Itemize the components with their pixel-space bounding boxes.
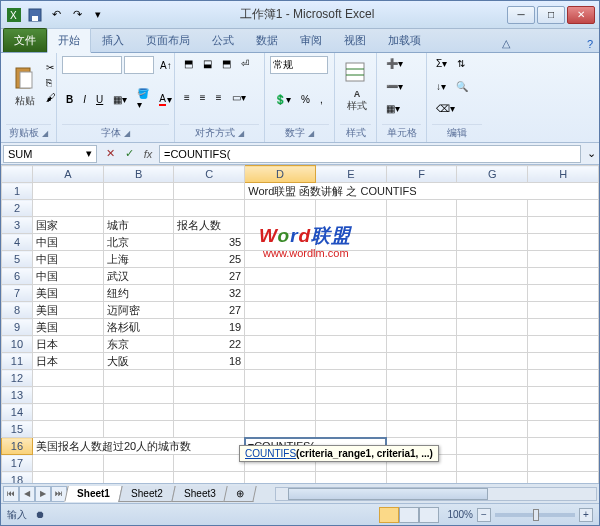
- align-middle-icon[interactable]: ⬓: [199, 56, 216, 71]
- cell[interactable]: 32: [174, 285, 245, 302]
- close-button[interactable]: ✕: [567, 6, 595, 24]
- cell[interactable]: 上海: [103, 251, 174, 268]
- delete-cells-icon[interactable]: ➖▾: [382, 79, 407, 94]
- excel-icon[interactable]: X: [5, 6, 23, 24]
- font-family-combo[interactable]: [62, 56, 122, 74]
- save-icon[interactable]: [26, 6, 44, 24]
- align-launcher[interactable]: ◢: [238, 129, 244, 138]
- fx-icon[interactable]: fx: [139, 145, 157, 163]
- sheet-tab[interactable]: Sheet1: [64, 486, 122, 502]
- paste-button[interactable]: 粘贴: [6, 56, 44, 118]
- prev-sheet-icon[interactable]: ◀: [19, 486, 35, 502]
- border-icon[interactable]: ▦▾: [109, 92, 131, 107]
- cell[interactable]: 纽约: [103, 285, 174, 302]
- clear-icon[interactable]: ⌫▾: [432, 101, 459, 116]
- row-header[interactable]: 18: [2, 472, 33, 484]
- percent-icon[interactable]: %: [297, 92, 314, 107]
- row-header[interactable]: 3: [2, 217, 33, 234]
- cell[interactable]: 美国: [32, 319, 103, 336]
- horizontal-scrollbar[interactable]: [275, 487, 597, 501]
- col-header[interactable]: D: [245, 166, 316, 183]
- cell[interactable]: 22: [174, 336, 245, 353]
- cell[interactable]: 大阪: [103, 353, 174, 370]
- styles-button[interactable]: A 样式: [340, 56, 374, 118]
- help-icon[interactable]: ?: [581, 36, 599, 52]
- cell[interactable]: 美国: [32, 302, 103, 319]
- wrap-text-icon[interactable]: ⏎: [237, 56, 253, 71]
- name-box[interactable]: SUM ▾: [3, 145, 97, 163]
- cell[interactable]: 19: [174, 319, 245, 336]
- zoom-out-icon[interactable]: −: [477, 508, 491, 522]
- col-header[interactable]: A: [32, 166, 103, 183]
- cell[interactable]: 中国: [32, 234, 103, 251]
- cell[interactable]: Word联盟 函数讲解 之 COUNTIFS: [245, 183, 599, 200]
- row-header[interactable]: 16: [2, 438, 33, 455]
- cell[interactable]: 日本: [32, 336, 103, 353]
- cell[interactable]: 洛杉矶: [103, 319, 174, 336]
- sheet-tab[interactable]: Sheet3: [171, 486, 228, 502]
- cell[interactable]: 25: [174, 251, 245, 268]
- row-header[interactable]: 10: [2, 336, 33, 353]
- align-center-icon[interactable]: ≡: [196, 90, 210, 105]
- select-all-corner[interactable]: [2, 166, 33, 183]
- currency-icon[interactable]: 💲▾: [270, 92, 295, 107]
- cell[interactable]: 东京: [103, 336, 174, 353]
- cell[interactable]: 中国: [32, 251, 103, 268]
- maximize-button[interactable]: □: [537, 6, 565, 24]
- col-header[interactable]: H: [528, 166, 599, 183]
- cell[interactable]: 18: [174, 353, 245, 370]
- redo-icon[interactable]: ↷: [68, 6, 86, 24]
- cell[interactable]: 中国: [32, 268, 103, 285]
- number-launcher[interactable]: ◢: [308, 129, 314, 138]
- row-header[interactable]: 11: [2, 353, 33, 370]
- zoom-slider[interactable]: [495, 513, 575, 517]
- row-header[interactable]: 2: [2, 200, 33, 217]
- row-header[interactable]: 5: [2, 251, 33, 268]
- col-header[interactable]: B: [103, 166, 174, 183]
- copy-icon[interactable]: ⎘: [42, 75, 60, 90]
- zoom-level[interactable]: 100%: [447, 509, 473, 520]
- font-launcher[interactable]: ◢: [124, 129, 130, 138]
- first-sheet-icon[interactable]: ⏮: [3, 486, 19, 502]
- expand-formula-icon[interactable]: ⌄: [583, 147, 599, 160]
- insert-cells-icon[interactable]: ➕▾: [382, 56, 407, 71]
- formula-input[interactable]: =COUNTIFS(: [159, 145, 581, 163]
- cell[interactable]: 27: [174, 268, 245, 285]
- fill-icon[interactable]: ↓▾: [432, 79, 450, 94]
- cell[interactable]: 35: [174, 234, 245, 251]
- undo-icon[interactable]: ↶: [47, 6, 65, 24]
- align-bottom-icon[interactable]: ⬒: [218, 56, 235, 71]
- comma-icon[interactable]: ,: [316, 92, 327, 107]
- cell[interactable]: 27: [174, 302, 245, 319]
- cell[interactable]: 美国报名人数超过20人的城市数: [32, 438, 244, 455]
- format-cells-icon[interactable]: ▦▾: [382, 101, 404, 116]
- increase-font-icon[interactable]: A↑: [156, 58, 176, 73]
- row-header[interactable]: 6: [2, 268, 33, 285]
- font-color-icon[interactable]: A▾: [155, 91, 176, 108]
- cell[interactable]: 迈阿密: [103, 302, 174, 319]
- sheet-tab[interactable]: Sheet2: [118, 486, 175, 502]
- col-header[interactable]: G: [457, 166, 528, 183]
- cell[interactable]: 城市: [103, 217, 174, 234]
- fill-color-icon[interactable]: 🪣▾: [133, 86, 153, 112]
- minimize-button[interactable]: ─: [507, 6, 535, 24]
- sort-icon[interactable]: ⇅: [453, 56, 469, 71]
- number-format-combo[interactable]: [270, 56, 328, 74]
- cancel-formula-icon[interactable]: ✕: [101, 145, 119, 163]
- page-break-view-icon[interactable]: [419, 507, 439, 523]
- col-header[interactable]: E: [315, 166, 386, 183]
- row-header[interactable]: 4: [2, 234, 33, 251]
- row-header[interactable]: 9: [2, 319, 33, 336]
- font-size-combo[interactable]: [124, 56, 154, 74]
- tab-page-layout[interactable]: 页面布局: [135, 28, 201, 52]
- row-header[interactable]: 17: [2, 455, 33, 472]
- cut-icon[interactable]: ✂: [42, 60, 60, 75]
- merge-icon[interactable]: ▭▾: [228, 90, 250, 105]
- macro-record-icon[interactable]: ⏺: [35, 509, 45, 520]
- align-left-icon[interactable]: ≡: [180, 90, 194, 105]
- row-header[interactable]: 1: [2, 183, 33, 200]
- cell[interactable]: 武汉: [103, 268, 174, 285]
- find-icon[interactable]: 🔍: [452, 79, 472, 94]
- row-header[interactable]: 15: [2, 421, 33, 438]
- cell[interactable]: 日本: [32, 353, 103, 370]
